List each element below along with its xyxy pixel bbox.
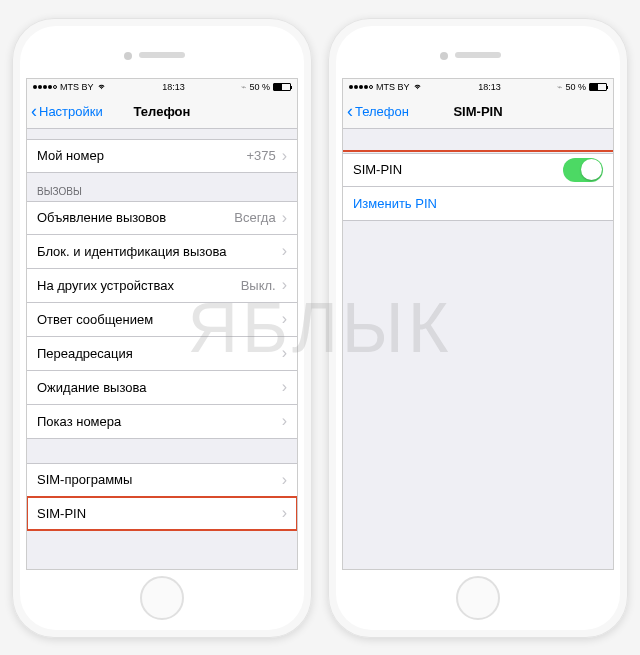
screen-left: MTS BY 18:13 ⌁ 50 % ‹ Настройки Телефон <box>26 78 298 570</box>
front-camera <box>440 52 448 60</box>
battery-percent: 50 % <box>565 82 586 92</box>
battery-icon <box>273 83 291 91</box>
row-show-number[interactable]: Показ номера › <box>27 405 297 439</box>
nav-bar: ‹ Телефон SIM-PIN <box>343 95 613 129</box>
settings-list: SIM-PIN Изменить PIN <box>343 129 613 221</box>
page-title: SIM-PIN <box>453 104 502 119</box>
row-sim-pin[interactable]: SIM-PIN › <box>27 497 297 531</box>
wifi-icon <box>97 83 106 90</box>
row-value: +375 <box>246 148 275 163</box>
row-change-pin[interactable]: Изменить PIN <box>343 187 613 221</box>
carrier-label: MTS BY <box>376 82 410 92</box>
row-label: Изменить PIN <box>353 196 437 211</box>
page-title: Телефон <box>134 104 191 119</box>
row-label: Объявление вызовов <box>37 210 166 225</box>
signal-dots-icon <box>349 85 373 89</box>
status-bar: MTS BY 18:13 ⌁ 50 % <box>343 79 613 95</box>
row-label: На других устройствах <box>37 278 174 293</box>
iphone-right: MTS BY 18:13 ⌁ 50 % ‹ Телефон SIM-PIN <box>328 18 628 638</box>
chevron-right-icon: › <box>282 209 287 227</box>
home-button[interactable] <box>456 576 500 620</box>
iphone-left: MTS BY 18:13 ⌁ 50 % ‹ Настройки Телефон <box>12 18 312 638</box>
chevron-right-icon: › <box>282 504 287 522</box>
clock: 18:13 <box>478 82 501 92</box>
settings-list: Мой номер +375 › Вызовы Объявление вызов… <box>27 129 297 531</box>
row-block-id[interactable]: Блок. и идентификация вызова › <box>27 235 297 269</box>
chevron-right-icon: › <box>282 378 287 396</box>
row-sim-apps[interactable]: SIM-программы › <box>27 463 297 497</box>
battery-icon <box>589 83 607 91</box>
row-sim-pin-toggle[interactable]: SIM-PIN <box>343 153 613 187</box>
speaker <box>139 52 185 58</box>
nav-bar: ‹ Настройки Телефон <box>27 95 297 129</box>
row-call-waiting[interactable]: Ожидание вызова › <box>27 371 297 405</box>
toggle-switch[interactable] <box>563 158 603 182</box>
speaker <box>455 52 501 58</box>
bluetooth-icon: ⌁ <box>557 82 562 92</box>
row-label: Ожидание вызова <box>37 380 146 395</box>
chevron-left-icon: ‹ <box>31 101 37 122</box>
row-label: Переадресация <box>37 346 133 361</box>
row-label: SIM-PIN <box>353 162 402 177</box>
row-label: Показ номера <box>37 414 121 429</box>
chevron-right-icon: › <box>282 147 287 165</box>
clock: 18:13 <box>162 82 185 92</box>
toggle-knob <box>581 159 602 180</box>
row-value: Выкл. <box>241 278 276 293</box>
row-label: SIM-PIN <box>37 506 86 521</box>
chevron-right-icon: › <box>282 471 287 489</box>
front-camera <box>124 52 132 60</box>
back-label: Телефон <box>355 104 409 119</box>
back-button[interactable]: ‹ Телефон <box>343 101 409 122</box>
bluetooth-icon: ⌁ <box>241 82 246 92</box>
row-label: Ответ сообщением <box>37 312 153 327</box>
row-my-number[interactable]: Мой номер +375 › <box>27 139 297 173</box>
section-header-calls: Вызовы <box>27 173 297 201</box>
row-announce-calls[interactable]: Объявление вызовов Всегда › <box>27 201 297 235</box>
chevron-right-icon: › <box>282 412 287 430</box>
row-label: Блок. и идентификация вызова <box>37 244 226 259</box>
chevron-right-icon: › <box>282 344 287 362</box>
back-label: Настройки <box>39 104 103 119</box>
chevron-right-icon: › <box>282 276 287 294</box>
row-label: Мой номер <box>37 148 104 163</box>
row-label: SIM-программы <box>37 472 132 487</box>
chevron-right-icon: › <box>282 242 287 260</box>
wifi-icon <box>413 83 422 90</box>
home-button[interactable] <box>140 576 184 620</box>
row-other-devices[interactable]: На других устройствах Выкл. › <box>27 269 297 303</box>
row-value: Всегда <box>234 210 275 225</box>
screen-right: MTS BY 18:13 ⌁ 50 % ‹ Телефон SIM-PIN <box>342 78 614 570</box>
chevron-left-icon: ‹ <box>347 101 353 122</box>
battery-percent: 50 % <box>249 82 270 92</box>
signal-dots-icon <box>33 85 57 89</box>
row-forwarding[interactable]: Переадресация › <box>27 337 297 371</box>
status-bar: MTS BY 18:13 ⌁ 50 % <box>27 79 297 95</box>
carrier-label: MTS BY <box>60 82 94 92</box>
chevron-right-icon: › <box>282 310 287 328</box>
back-button[interactable]: ‹ Настройки <box>27 101 103 122</box>
row-reply-message[interactable]: Ответ сообщением › <box>27 303 297 337</box>
